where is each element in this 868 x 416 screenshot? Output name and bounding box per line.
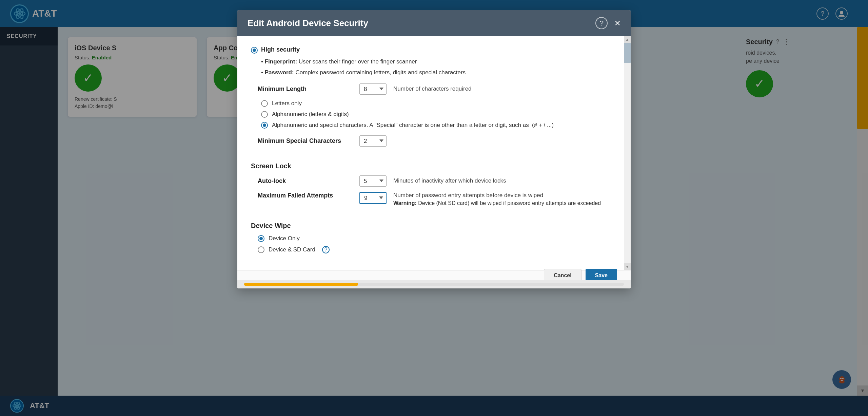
section-divider-2 <box>251 212 617 222</box>
device-sd-card-label: Device & SD Card <box>269 246 315 253</box>
device-wipe-title: Device Wipe <box>251 222 617 230</box>
letters-only-option: Letters only <box>261 100 617 107</box>
screen-lock-section: Screen Lock Auto-lock 5 1 2 3 4 10 15 30… <box>251 162 617 206</box>
modal-header-actions: ? × <box>595 17 620 29</box>
password-text: Complex password containing letters, dig… <box>295 69 466 76</box>
high-security-option: High security <box>251 46 617 54</box>
min-special-select[interactable]: 2 1 3 4 5 <box>359 135 387 147</box>
max-failed-select[interactable]: 9 4 5 6 7 8 10 <box>359 192 387 204</box>
modal-overlay: Edit Android Device Security ? × ▲ ▼ Hig… <box>0 0 868 416</box>
alphanumeric-special-label: Alphanumeric and special characters. A "… <box>272 122 554 129</box>
modal-header: Edit Android Device Security ? × <box>237 10 631 36</box>
min-length-label: Minimum Length <box>258 86 353 93</box>
fingerprint-bullet: Fingerprint: User scans their finger ove… <box>261 58 617 66</box>
password-type-radio-group: Letters only Alphanumeric (letters & dig… <box>261 100 617 129</box>
modal-body: ▲ ▼ High security Fingerprint: User scan… <box>237 36 631 270</box>
fingerprint-text: User scans their finger over the finger … <box>299 58 417 65</box>
max-failed-warning: Warning: Device (Not SD card) will be wi… <box>393 200 601 206</box>
modal-title: Edit Android Device Security <box>248 18 368 29</box>
device-only-option: Device Only <box>258 235 617 242</box>
device-wipe-section: Device Wipe Device Only Device & SD Card… <box>251 222 617 253</box>
alphanumeric-special-radio[interactable] <box>261 122 268 129</box>
max-failed-row: Maximum Failed Attempts 9 4 5 6 7 8 10 N… <box>258 192 617 206</box>
device-wipe-radios: Device Only Device & SD Card ? <box>258 235 617 253</box>
alphanumeric-radio[interactable] <box>261 111 268 118</box>
modal-bottom-scrollbar <box>237 280 631 288</box>
device-sd-card-radio[interactable] <box>258 246 264 253</box>
min-special-label: Minimum Special Characters <box>258 137 353 145</box>
auto-lock-label: Auto-lock <box>258 177 353 185</box>
device-sd-help-icon[interactable]: ? <box>322 246 330 253</box>
device-only-label: Device Only <box>269 235 300 242</box>
fingerprint-label: Fingerprint: <box>265 58 297 65</box>
alphanumeric-special-option: Alphanumeric and special characters. A "… <box>261 122 617 129</box>
alphanumeric-label: Alphanumeric (letters & digits) <box>272 111 349 118</box>
max-failed-hint: Number of password entry attempts before… <box>393 192 601 199</box>
modal-scroll-up-arrow[interactable]: ▲ <box>624 36 631 43</box>
warning-text: Device (Not SD card) will be wiped if pa… <box>418 200 601 206</box>
screen-lock-title: Screen Lock <box>251 162 617 170</box>
security-bullets: Fingerprint: User scans their finger ove… <box>261 58 617 77</box>
letters-only-label: Letters only <box>272 100 302 107</box>
password-bullet: Password: Complex password containing le… <box>261 69 617 77</box>
modal-scrollbar: ▲ ▼ <box>624 36 631 270</box>
warning-label: Warning: <box>393 200 417 206</box>
high-security-label: High security <box>261 46 300 53</box>
letters-only-radio[interactable] <box>261 100 268 107</box>
section-divider-1 <box>251 152 617 162</box>
auto-lock-row: Auto-lock 5 1 2 3 4 10 15 30 Minutes of … <box>258 175 617 187</box>
modal-footer-partial: Cancel Save <box>237 270 631 280</box>
modal-scrollbar-thumb[interactable] <box>624 43 631 63</box>
edit-android-security-modal: Edit Android Device Security ? × ▲ ▼ Hig… <box>237 10 631 288</box>
min-special-row: Minimum Special Characters 2 1 3 4 5 <box>258 135 617 147</box>
device-only-radio[interactable] <box>258 235 264 242</box>
max-failed-hint-block: Number of password entry attempts before… <box>393 192 601 206</box>
auto-lock-select[interactable]: 5 1 2 3 4 10 15 30 <box>359 175 387 187</box>
modal-horizontal-thumb[interactable] <box>244 283 358 286</box>
min-length-select[interactable]: 8 4 5 6 7 9 10 12 16 <box>359 83 387 95</box>
password-label: Password: <box>265 69 294 76</box>
alphanumeric-option: Alphanumeric (letters & digits) <box>261 111 617 118</box>
min-length-row: Minimum Length 8 4 5 6 7 9 10 12 16 Numb… <box>258 83 617 95</box>
modal-scroll-down-arrow[interactable]: ▼ <box>624 263 631 270</box>
device-sd-card-option: Device & SD Card ? <box>258 246 617 253</box>
modal-help-button[interactable]: ? <box>595 17 608 29</box>
min-length-hint: Number of characters required <box>393 86 472 92</box>
modal-horizontal-scrollbar <box>244 283 624 286</box>
modal-close-button[interactable]: × <box>614 18 620 28</box>
max-failed-label: Maximum Failed Attempts <box>258 192 353 199</box>
auto-lock-hint: Minutes of inactivity after which device… <box>393 177 506 184</box>
high-security-radio[interactable] <box>251 47 258 54</box>
